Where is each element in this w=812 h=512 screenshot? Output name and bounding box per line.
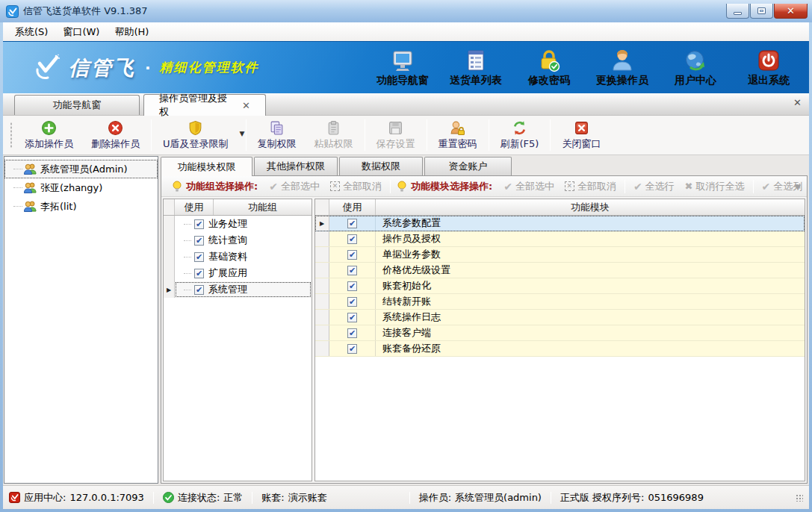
overflow-arrow-icon[interactable]: ▼ xyxy=(795,183,801,191)
checkbox[interactable] xyxy=(347,344,357,354)
user-center-globe-icon xyxy=(684,49,707,72)
checkbox[interactable] xyxy=(347,297,357,307)
brand-swirl-icon xyxy=(31,54,61,82)
checkbox[interactable] xyxy=(347,234,357,244)
delivery-list-button[interactable]: 送货单列表 xyxy=(449,49,503,87)
delivery-list-icon xyxy=(464,49,488,72)
menu-system[interactable]: 系统(S) xyxy=(7,23,55,41)
tab-fund-account[interactable]: 资金账户 xyxy=(424,157,512,175)
permission-panel: 功能组选择操作: 全部选中 全部取消 xyxy=(161,175,808,484)
tab-nav-window[interactable]: 功能导航窗 xyxy=(14,95,140,115)
tab-data-permission[interactable]: 数据权限 xyxy=(339,157,423,175)
use-column-header: 使用 xyxy=(175,199,214,215)
module-row[interactable]: 单据业务参数 xyxy=(315,247,805,263)
group-select-all-button[interactable]: 全部选中 xyxy=(269,180,320,193)
switch-operator-icon xyxy=(610,49,634,72)
row-indicator-icon: ▶ xyxy=(320,220,324,227)
operator-tree-panel: 系统管理员(Admin) 张亚(zhangy) xyxy=(4,156,158,484)
checkbox[interactable] xyxy=(347,266,357,275)
toolbar-grip[interactable] xyxy=(9,122,13,149)
resize-grip[interactable] xyxy=(796,494,803,502)
tab-close-icon[interactable]: ✕ xyxy=(242,101,250,110)
checkbox[interactable] xyxy=(347,219,357,228)
checkbox[interactable] xyxy=(347,250,357,260)
change-password-button[interactable]: 修改密码 xyxy=(522,49,576,87)
tabstrip-close-icon[interactable]: ✕ xyxy=(793,98,802,107)
module-row[interactable]: 价格优先级设置 xyxy=(315,263,805,278)
tree-item-admin[interactable]: 系统管理员(Admin) xyxy=(4,160,158,178)
user-center-button[interactable]: 用户中心 xyxy=(669,49,722,87)
window-frame: 系统(S) 窗口(W) 帮助(H) 信管飞 · 精细化管理软件 xyxy=(3,22,809,509)
brand-separator: · xyxy=(145,59,151,77)
checkbox[interactable] xyxy=(194,269,204,278)
tree-item-lit[interactable]: 李拓(lit) xyxy=(4,197,158,216)
delete-operator-button[interactable]: 删除操作员 xyxy=(82,118,149,153)
tab-other-permission[interactable]: 其他操作权限 xyxy=(254,157,338,175)
module-unselect-all-button[interactable]: 全部取消 xyxy=(565,180,616,193)
ukey-login-limit-button[interactable]: U盾及登录限制 ▼ xyxy=(154,118,244,153)
select-row-button[interactable]: 全选行 xyxy=(633,180,675,193)
group-row[interactable]: 统计查询 xyxy=(164,232,312,249)
refresh-button[interactable]: 刷新(F5) xyxy=(492,118,548,153)
copy-permission-button[interactable]: 复制权限 xyxy=(249,118,306,153)
tab-operator-management[interactable]: 操作员管理及授权 ✕ xyxy=(143,94,266,116)
checkbox[interactable] xyxy=(347,281,357,291)
permission-tabs: 功能模块权限 其他操作权限 数据权限 资金账户 xyxy=(161,156,808,175)
copy-icon xyxy=(269,120,285,136)
bulb-icon xyxy=(172,181,182,193)
exit-power-icon xyxy=(757,49,781,72)
checkbox[interactable] xyxy=(347,328,357,338)
cancel-row-select-button[interactable]: 取消行全选 xyxy=(685,180,745,193)
module-row[interactable]: 结转新开账 xyxy=(315,294,805,310)
module-row[interactable]: 操作员及授权 xyxy=(315,231,805,247)
connection-ok-icon xyxy=(163,492,174,503)
exit-system-button[interactable]: 退出系统 xyxy=(742,49,796,87)
group-select-label: 功能组选择操作: xyxy=(186,180,258,193)
group-row-selected[interactable]: ▶ 系统管理 xyxy=(164,281,312,298)
toolbar-separator xyxy=(151,119,152,151)
module-row-selected[interactable]: ▶ 系统参数配置 xyxy=(315,216,805,231)
window-controls: ✕ xyxy=(726,4,808,19)
toolbar-separator xyxy=(365,119,365,151)
menu-help[interactable]: 帮助(H) xyxy=(107,23,156,41)
dropdown-arrow-icon[interactable]: ▼ xyxy=(240,130,245,137)
maximize-button[interactable] xyxy=(750,4,773,19)
reset-password-button[interactable]: 重置密码 xyxy=(430,118,486,153)
operators-icon xyxy=(24,201,37,212)
group-row[interactable]: 基础资料 xyxy=(164,249,312,265)
module-row[interactable]: 账套备份还原 xyxy=(315,341,805,357)
module-row[interactable]: 系统操作日志 xyxy=(315,310,805,325)
switch-operator-button[interactable]: 更换操作员 xyxy=(595,49,649,87)
module-select-all-button[interactable]: 全部选中 xyxy=(503,180,554,193)
module-row[interactable]: 连接客户端 xyxy=(315,325,805,341)
checkbox[interactable] xyxy=(194,236,204,246)
checkbox[interactable] xyxy=(194,219,204,229)
checkbox[interactable] xyxy=(194,252,204,262)
minimize-button[interactable] xyxy=(726,4,749,19)
close-button[interactable]: ✕ xyxy=(774,4,808,19)
status-app-center: 应用中心: 127.0.0.1:7093 xyxy=(9,491,144,505)
maximize-icon xyxy=(757,7,766,14)
toolbar-separator xyxy=(489,119,489,151)
tree-item-zhangy[interactable]: 张亚(zhangy) xyxy=(4,178,158,197)
group-unselect-all-button[interactable]: 全部取消 xyxy=(330,180,382,193)
close-window-button[interactable]: 关闭窗口 xyxy=(553,118,610,153)
permission-grids: 使用 功能组 业务处理 统计查询 xyxy=(161,197,807,483)
group-grid-header: 使用 功能组 xyxy=(164,199,312,216)
close-icon: ✕ xyxy=(787,6,795,16)
toolbar-separator xyxy=(427,119,427,151)
group-row[interactable]: 扩展应用 xyxy=(164,265,312,281)
module-row[interactable]: 账套初始化 xyxy=(315,278,805,294)
checkbox[interactable] xyxy=(347,313,357,322)
checkbox[interactable] xyxy=(194,285,204,295)
group-column-header: 功能组 xyxy=(214,199,312,215)
group-row[interactable]: 业务处理 xyxy=(164,216,312,232)
menu-window[interactable]: 窗口(W) xyxy=(55,23,107,41)
nav-window-button[interactable]: 功能导航窗 xyxy=(376,49,430,87)
save-icon xyxy=(388,120,403,136)
app-logo-icon xyxy=(6,5,19,18)
function-module-grid: 使用 功能模块 ▶ 系统参数配置 操作员及授权 xyxy=(314,199,805,481)
row-indicator-icon: ▶ xyxy=(167,287,171,293)
tab-module-permission[interactable]: 功能模块权限 xyxy=(161,157,252,176)
add-operator-button[interactable]: 添加操作员 xyxy=(16,118,82,153)
